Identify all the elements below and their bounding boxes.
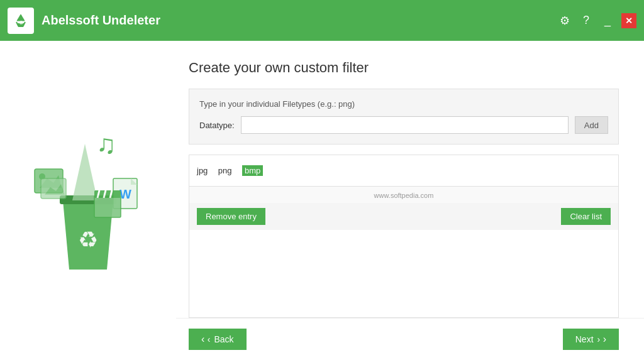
- settings-icon[interactable]: ⚙: [557, 13, 572, 28]
- remove-entry-button[interactable]: Remove entry: [197, 208, 265, 225]
- input-section: Type in your individual Filetypes (e.g.:…: [189, 89, 619, 145]
- add-button[interactable]: Add: [575, 116, 608, 134]
- back-label: Back: [214, 334, 233, 344]
- svg-text:♻: ♻: [78, 227, 98, 253]
- datatype-row: Datatype: Add: [199, 116, 608, 134]
- bottom-navigation: ‹ Back Next ›: [176, 318, 644, 360]
- svg-text:♫: ♫: [96, 129, 116, 159]
- filter-tags-row: jpg png bmp: [189, 155, 618, 187]
- help-icon[interactable]: ?: [579, 13, 594, 28]
- tag-jpg: jpg: [197, 166, 208, 175]
- illustration-panel: ♻ ♫ W: [0, 41, 176, 360]
- tag-bmp: bmp: [242, 165, 263, 176]
- datatype-label: Datatype:: [199, 121, 235, 130]
- svg-text:W: W: [119, 187, 131, 201]
- next-arrow-icon: ›: [597, 334, 606, 345]
- tag-png: png: [218, 166, 232, 175]
- watermark: www.softpedia.com: [374, 190, 434, 200]
- window-controls: ⚙ ? _ ✕: [557, 13, 636, 28]
- app-title: Abelssoft Undeleter: [42, 13, 557, 28]
- back-button[interactable]: ‹ Back: [189, 329, 247, 350]
- datatype-input[interactable]: [241, 116, 569, 134]
- back-arrow-icon: ‹: [201, 334, 210, 345]
- clear-list-button[interactable]: Clear list: [561, 208, 611, 225]
- input-hint: Type in your individual Filetypes (e.g.:…: [199, 99, 608, 109]
- next-label: Next: [575, 334, 594, 344]
- app-logo: ♻: [8, 8, 34, 34]
- svg-rect-14: [94, 195, 121, 217]
- main-content: ♻ ♫ W: [0, 41, 644, 360]
- filter-list-section: jpg png bmp www.softpedia.com Remove ent…: [189, 155, 619, 318]
- page-title: Create your own custom filter: [189, 60, 619, 76]
- minimize-icon[interactable]: _: [600, 13, 615, 28]
- close-button[interactable]: ✕: [621, 13, 636, 28]
- illustration: ♻ ♫ W: [22, 106, 154, 295]
- svg-text:♻: ♻: [19, 20, 23, 26]
- list-actions: Remove entry Clear list: [189, 203, 618, 230]
- next-button[interactable]: Next ›: [563, 329, 619, 350]
- right-panel: Create your own custom filter Type in yo…: [176, 41, 644, 318]
- svg-marker-4: [72, 144, 97, 200]
- titlebar: ♻ Abelssoft Undeleter ⚙ ? _ ✕: [0, 0, 644, 41]
